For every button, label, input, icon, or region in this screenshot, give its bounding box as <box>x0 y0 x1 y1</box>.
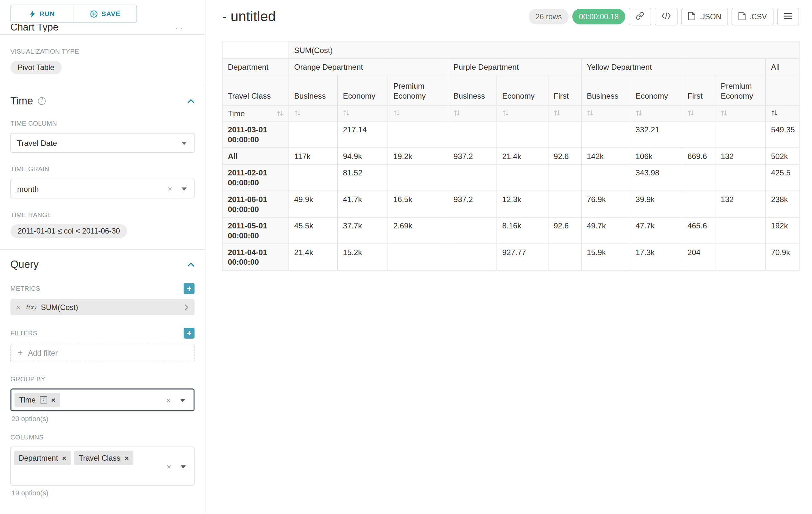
value-cell <box>388 121 448 147</box>
column-info-icon[interactable]: i <box>40 396 47 404</box>
time-column-value: Travel Date <box>17 138 57 147</box>
value-cell: 49.7k <box>581 217 630 244</box>
export-json-button[interactable]: .JSON <box>682 8 728 25</box>
column-sort-header[interactable] <box>630 106 682 121</box>
sort-icon[interactable] <box>721 110 727 116</box>
sort-icon[interactable] <box>587 110 593 116</box>
chevron-up-icon[interactable] <box>187 99 195 104</box>
row-label: 2011-03-01 00:00:00 <box>223 121 289 147</box>
remove-chip-icon[interactable]: × <box>62 455 66 462</box>
sort-desc-active-icon[interactable] <box>771 110 778 116</box>
sort-icon[interactable] <box>393 110 400 116</box>
travel-class-header: First <box>548 75 581 106</box>
sort-icon[interactable] <box>343 110 350 116</box>
column-sort-header[interactable] <box>765 106 799 121</box>
value-cell: 37.7k <box>338 217 388 244</box>
department-group-header: Yellow Department <box>581 58 765 75</box>
chevron-up-icon[interactable] <box>187 262 195 267</box>
save-button-label: SAVE <box>102 10 120 18</box>
column-sort-header[interactable] <box>548 106 581 121</box>
caret-down-icon <box>181 465 186 468</box>
chart-toolbar: 26 rows 00:00:00.18 .JSON <box>529 8 799 25</box>
sort-icon[interactable] <box>502 110 509 116</box>
travel-class-header: Premium Economy <box>388 75 448 106</box>
column-sort-header[interactable] <box>448 106 497 121</box>
sort-icon[interactable] <box>636 110 642 116</box>
column-sort-header[interactable] <box>497 106 548 121</box>
time-range-pill[interactable]: 2011-01-01 ≤ col < 2011-06-30 <box>10 224 127 238</box>
sort-icon[interactable] <box>688 110 694 116</box>
chart-title[interactable]: - untitled <box>222 9 276 25</box>
value-cell <box>548 191 581 217</box>
columns-chip[interactable]: Travel Class × <box>74 451 134 465</box>
metric-chip[interactable]: × f(x) SUM(Cost) <box>10 299 195 315</box>
remove-chip-icon[interactable]: × <box>51 396 56 404</box>
run-button[interactable]: RUN <box>11 5 74 22</box>
clear-icon[interactable]: × <box>167 462 171 470</box>
remove-metric-icon[interactable]: × <box>17 303 21 311</box>
row-label: 2011-06-01 00:00:00 <box>223 191 289 217</box>
column-sort-header[interactable] <box>388 106 448 121</box>
value-cell: 502k <box>765 148 799 164</box>
time-column-select[interactable]: Travel Date <box>10 133 195 153</box>
travel-class-header: Economy <box>630 75 682 106</box>
value-cell: 132 <box>715 148 765 164</box>
clear-icon[interactable]: × <box>168 184 172 193</box>
value-cell: 45.5k <box>289 217 338 244</box>
plus-circle-icon <box>90 10 97 18</box>
columns-select[interactable]: Department × Travel Class × × <box>10 447 195 485</box>
table-row: 2011-05-01 00:00:0045.5k37.7k2.69k8.16k9… <box>223 217 800 244</box>
add-filter-button[interactable]: + <box>183 328 195 339</box>
sort-icon[interactable] <box>294 110 301 116</box>
metrics-label: METRICS <box>10 285 40 292</box>
add-metric-button[interactable]: + <box>183 283 195 294</box>
export-csv-button[interactable]: .CSV <box>732 8 774 25</box>
viz-type-pill[interactable]: Pivot Table <box>10 61 62 74</box>
copy-link-button[interactable] <box>629 8 651 25</box>
table-row: 2011-06-01 00:00:0049.9k41.7k16.5k937.21… <box>223 191 800 217</box>
add-filter-field[interactable]: + Add filter <box>10 344 195 362</box>
column-sort-header[interactable] <box>289 106 338 121</box>
action-bar: RUN SAVE <box>0 0 205 24</box>
sort-icon[interactable] <box>277 110 283 117</box>
value-cell: 238k <box>765 191 799 217</box>
view-query-button[interactable] <box>655 8 678 25</box>
chart-area: - untitled 26 rows 00:00:00.18 <box>206 0 812 514</box>
info-icon[interactable]: i <box>38 97 46 105</box>
clear-icon[interactable]: × <box>166 396 171 404</box>
chip-label: Travel Class <box>79 454 120 462</box>
table-row: 2011-04-01 00:00:0021.4k15.2k927.7715.9k… <box>223 244 800 270</box>
value-cell <box>388 244 448 270</box>
hamburger-icon <box>784 12 792 21</box>
menu-button[interactable] <box>777 8 799 25</box>
value-cell <box>497 164 548 191</box>
value-cell: 937.2 <box>448 148 497 164</box>
column-sort-header[interactable] <box>581 106 630 121</box>
group-by-select[interactable]: Time i × × <box>10 388 195 411</box>
column-sort-header[interactable] <box>338 106 388 121</box>
sort-icon[interactable] <box>554 110 560 116</box>
value-cell: 49.9k <box>289 191 338 217</box>
travel-class-header: Business <box>448 75 497 106</box>
travel-class-header-row: Travel ClassBusinessEconomyPremium Econo… <box>223 75 800 106</box>
remove-chip-icon[interactable]: × <box>124 455 129 462</box>
table-row: All117k94.9k19.2k937.221.4k92.6142k106k6… <box>223 148 800 164</box>
column-sort-header[interactable] <box>715 106 765 121</box>
group-by-chip[interactable]: Time i × <box>14 393 60 407</box>
value-cell: 94.9k <box>338 148 388 164</box>
value-cell <box>581 164 630 191</box>
group-by-label: GROUP BY <box>10 375 195 383</box>
column-sort-header[interactable] <box>682 106 715 121</box>
code-icon <box>662 12 671 21</box>
value-cell <box>682 121 715 147</box>
columns-chip[interactable]: Department × <box>14 451 71 465</box>
sort-icon[interactable] <box>454 110 460 116</box>
time-section-title: Time <box>10 95 33 107</box>
metric-header: SUM(Cost) <box>289 42 800 58</box>
save-button[interactable]: SAVE <box>74 5 137 22</box>
value-cell: 217.14 <box>338 121 388 147</box>
file-icon <box>688 11 696 22</box>
value-cell <box>448 121 497 147</box>
time-grain-select[interactable]: month × <box>10 179 195 198</box>
time-axis-header[interactable]: Time <box>223 106 289 121</box>
